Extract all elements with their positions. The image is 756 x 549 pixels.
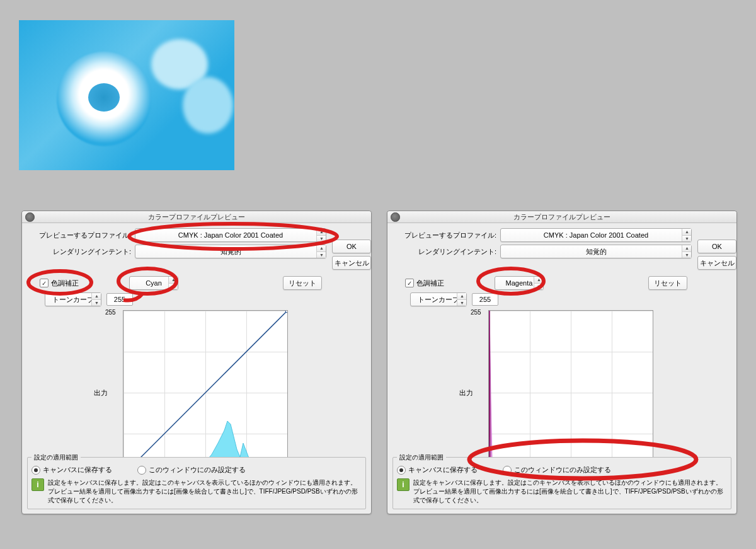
reset-button[interactable]: リセット [648, 276, 687, 290]
profile-label: プレビューするプロファイル: [27, 231, 135, 240]
info-icon: i [397, 478, 410, 491]
cancel-button[interactable]: キャンセル [332, 256, 371, 270]
window-only-radio[interactable] [137, 466, 146, 475]
save-canvas-radio[interactable] [397, 466, 406, 475]
intent-label: レンダリングインテント: [27, 247, 135, 257]
svg-point-8 [469, 441, 696, 478]
close-icon[interactable] [25, 212, 35, 222]
intent-value: 知覚的 [586, 247, 607, 257]
dialog-title: カラープロファイルプレビュー [387, 211, 736, 223]
title-text: カラープロファイルプレビュー [513, 213, 610, 221]
info-text: 設定をキャンバスに保存します。設定はこのキャンバスを表示しているほかのウィンドウ… [48, 478, 362, 505]
intent-label: レンダリングインテント: [392, 247, 500, 257]
svg-line-0 [123, 311, 287, 475]
tone-curve-dropdown[interactable]: トーンカーブ ▲▼ [410, 292, 467, 306]
svg-point-7 [478, 269, 544, 294]
close-icon[interactable] [391, 212, 400, 222]
save-canvas-label: キャンバスに保存する [43, 465, 112, 475]
color-profile-dialog-left: カラープロファイルプレビュー OK キャンセル プレビューするプロファイル: C… [21, 211, 372, 514]
y-axis-label: 出力 [94, 388, 108, 398]
intent-dropdown[interactable]: 知覚的 ▲▼ [500, 245, 692, 258]
profile-dropdown[interactable]: CMYK : Japan Color 2001 Coated ▲▼ [500, 228, 692, 242]
info-text: 設定をキャンバスに保存します。設定はこのキャンバスを表示しているほかのウィンドウ… [413, 478, 727, 505]
svg-point-5 [28, 271, 91, 294]
save-canvas-radio[interactable] [32, 466, 40, 475]
profile-value: CMYK : Japan Color 2001 Coated [544, 231, 648, 239]
svg-point-4 [129, 224, 337, 249]
svg-point-6 [118, 269, 176, 294]
profile-label: プレビューするプロファイル: [392, 231, 500, 240]
curve-chart[interactable] [123, 310, 288, 475]
annotation-channel-right [476, 267, 552, 298]
annotation-channel-left [117, 267, 186, 303]
tone-correction-label: 色調補正 [416, 279, 444, 288]
ok-button[interactable]: OK [697, 240, 736, 253]
settings-scope-box: 設定の適用範囲 キャンバスに保存する このウィンドウにのみ設定する i 設定をキ… [27, 457, 366, 509]
settings-scope-title: 設定の適用範囲 [32, 453, 81, 462]
y-tick-255: 255 [105, 309, 116, 316]
y-axis-label: 出力 [459, 388, 473, 398]
cancel-button[interactable]: キャンセル [697, 256, 736, 270]
reset-button[interactable]: リセット [283, 276, 322, 290]
preview-image [19, 20, 234, 170]
tone-correction-checkbox[interactable]: ✓ [405, 279, 414, 287]
annotation-tonecorr [25, 269, 94, 296]
settings-scope-title: 設定の適用範囲 [397, 453, 446, 462]
annotation-profile [126, 221, 346, 252]
window-only-label: このウィンドウにのみ設定する [149, 465, 246, 475]
info-icon: i [32, 478, 44, 491]
annotation-histogram-right [466, 437, 699, 482]
y-tick-255: 255 [471, 309, 481, 316]
title-text: カラープロファイルプレビュー [148, 213, 245, 221]
tone-curve-label: トーンカーブ [418, 295, 459, 304]
